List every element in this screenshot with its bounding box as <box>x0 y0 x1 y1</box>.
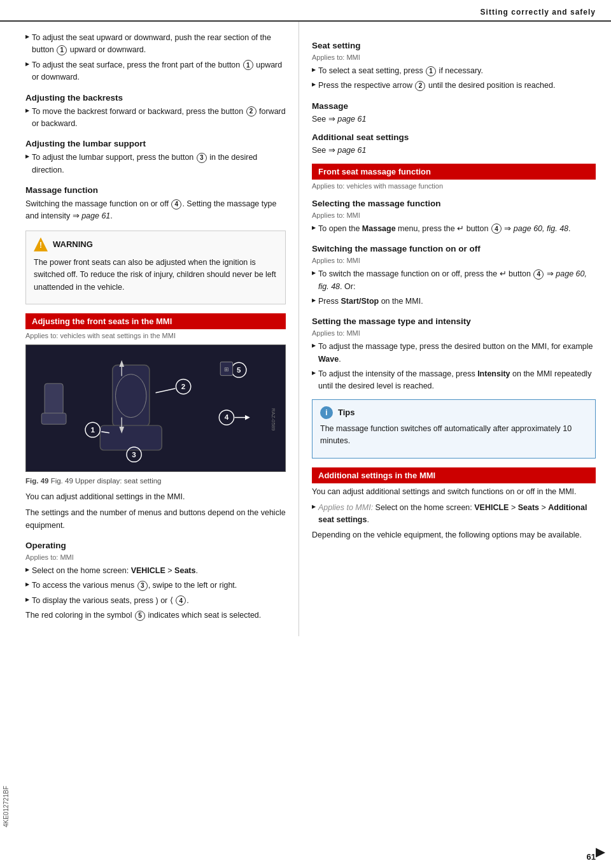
mmi-text2: The settings and the number of menus and… <box>25 507 286 532</box>
warning-label: WARNING <box>53 239 93 249</box>
tips-header: i Tips <box>320 406 587 419</box>
content-area: To adjust the seat upward or downward, p… <box>0 22 611 636</box>
seat-setting-bullet-2: Press the respective arrow 2 until the d… <box>312 80 596 92</box>
additional-mmi-bullet: Applies to MMI: Select on the home scree… <box>312 502 596 527</box>
warning-box: WARNING The power front seats can also b… <box>25 231 286 304</box>
lumbar-heading: Adjusting the lumbar support <box>25 139 286 148</box>
operating-bullet-1: Select on the home screen: VEHICLE > Sea… <box>25 565 286 577</box>
right-column: Seat setting Applies to: MMI To select a… <box>299 22 611 636</box>
tips-label: Tips <box>338 408 355 417</box>
switching-massage-bullet-2: Press Start/Stop on the MMI. <box>312 295 596 308</box>
intro-bullet-1: To adjust the seat upward or downward, p… <box>25 32 286 57</box>
page-header: Sitting correctly and safely <box>0 0 611 22</box>
operating-bullet-2: To access the various menus 3, swipe to … <box>25 580 286 592</box>
header-title: Sitting correctly and safely <box>481 8 596 17</box>
mmi-section-bar: Adjusting the front seats in the MMI <box>25 313 286 329</box>
intro-bullet-2: To adjust the seat surface, press the fr… <box>25 59 286 84</box>
page-footer: 61 <box>587 852 596 862</box>
svg-text:RAZ-0589: RAZ-0589 <box>270 408 276 430</box>
svg-rect-19 <box>41 413 66 424</box>
front-massage-applies-to: Applies to: vehicles with massage functi… <box>312 182 596 190</box>
seat-setting-heading: Seat setting <box>312 41 596 50</box>
svg-text:2: 2 <box>181 382 185 390</box>
additional-seat-heading: Additional seat settings <box>312 132 596 142</box>
switching-massage-applies-to: Applies to: MMI <box>312 257 596 264</box>
operating-bullet-3: To display the various seats, press ) or… <box>25 595 286 607</box>
selecting-massage-bullet: To open the Massage menu, press the ↵ bu… <box>312 223 596 235</box>
additional-mmi-text1: You can adjust additional settings and s… <box>312 486 596 498</box>
backrests-bullet-1: To move the backrest forward or backward… <box>25 106 286 131</box>
front-massage-bar: Front seat massage function <box>312 164 596 180</box>
additional-seat-see-link: See ⇒ page 61 <box>312 145 596 155</box>
info-icon: i <box>320 406 333 419</box>
selecting-massage-heading: Selecting the massage function <box>312 199 596 208</box>
additional-mmi-bar: Additional settings in the MMI <box>312 467 596 483</box>
svg-text:⊞: ⊞ <box>224 366 229 373</box>
massage-right-heading: Massage <box>312 101 596 111</box>
next-arrow-icon: ▶ <box>596 844 605 862</box>
svg-rect-0 <box>26 346 285 470</box>
sidebar-label: 4KE012721BF <box>0 783 12 830</box>
setting-massage-heading: Setting the massage type and intensity <box>312 317 596 326</box>
seat-diagram-svg: 1 2 3 4 5 <box>26 345 285 471</box>
svg-text:3: 3 <box>132 450 136 458</box>
warning-text: The power front seats can also be adjust… <box>34 257 277 294</box>
setting-massage-bullet-2: To adjust the intensity of the massage, … <box>312 368 596 393</box>
left-column: To adjust the seat upward or downward, p… <box>0 22 299 636</box>
tips-box: i Tips The massage function switches off… <box>312 399 596 459</box>
seat-setting-applies-to: Applies to: MMI <box>312 53 596 61</box>
mmi-applies-to: Applies to: vehicles with seat settings … <box>25 332 286 339</box>
switching-massage-bullet-1: To switch the massage function on or off… <box>312 268 596 293</box>
fig-caption: Fig. 49 Fig. 49 Upper display: seat sett… <box>25 477 286 485</box>
mmi-text1: You can adjust additional settings in th… <box>25 491 286 503</box>
massage-heading: Massage function <box>25 185 286 195</box>
warning-header: WARNING <box>34 238 277 252</box>
svg-text:1: 1 <box>90 425 95 434</box>
warning-triangle-icon <box>34 238 48 252</box>
massage-text: Switching the massage function on or off… <box>25 198 286 223</box>
seat-setting-bullet-1: To select a seat setting, press 1 if nec… <box>312 65 596 77</box>
page-number: 61 <box>587 852 596 862</box>
seat-diagram: 1 2 3 4 5 <box>25 345 286 472</box>
massage-see-link: See ⇒ page 61 <box>312 114 596 124</box>
operating-heading: Operating <box>25 541 286 550</box>
switching-massage-heading: Switching the massage function on or off <box>312 244 596 253</box>
svg-rect-18 <box>45 383 63 414</box>
setting-massage-applies-to: Applies to: MMI <box>312 329 596 337</box>
additional-mmi-text2: Depending on the vehicle equipment, the … <box>312 529 596 541</box>
tips-text: The massage function switches off automa… <box>320 423 587 448</box>
svg-text:4: 4 <box>225 413 229 421</box>
svg-rect-2 <box>100 425 162 450</box>
setting-massage-bullet-1: To adjust the massage type, press the de… <box>312 341 596 366</box>
selecting-massage-applies-to: Applies to: MMI <box>312 211 596 219</box>
svg-text:5: 5 <box>237 366 241 374</box>
lumbar-bullet-1: To adjust the lumbar support, press the … <box>25 152 286 176</box>
operating-text: The red coloring in the symbol 5 indicat… <box>25 609 286 622</box>
backrests-heading: Adjusting the backrests <box>25 93 286 103</box>
operating-applies-to: Applies to: MMI <box>25 553 286 561</box>
